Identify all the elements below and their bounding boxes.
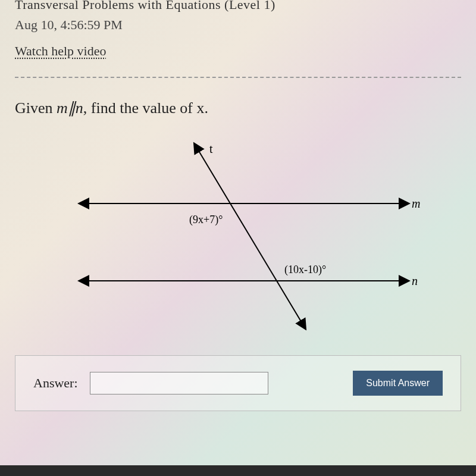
answer-container: Answer: Submit Answer <box>15 355 461 411</box>
assignment-title-partial: Transversal Problems with Equations (Lev… <box>15 0 461 12</box>
line-n-label: n <box>412 274 418 287</box>
bottom-bar <box>0 465 476 476</box>
answer-input[interactable] <box>90 372 268 394</box>
watch-help-video-link[interactable]: Watch help video <box>15 43 461 59</box>
transversal-label: t <box>209 142 213 155</box>
angle-2-label: (10x-10)° <box>284 264 326 276</box>
answer-label: Answer: <box>33 375 78 391</box>
question-text: Given m∥n, find the value of x. <box>15 99 461 117</box>
line-m-label: m <box>412 197 420 210</box>
svg-line-2 <box>196 147 303 325</box>
question-suffix: , find the value of x. <box>83 99 208 117</box>
geometry-diagram: m n t (9x+7)° (10x-10)° <box>15 135 461 337</box>
submit-answer-button[interactable]: Submit Answer <box>353 371 443 396</box>
section-divider <box>15 77 461 78</box>
question-prefix: Given <box>15 99 57 117</box>
question-math: m∥n <box>57 99 83 117</box>
angle-1-label: (9x+7)° <box>189 214 223 226</box>
timestamp: Aug 10, 4:56:59 PM <box>15 17 461 33</box>
